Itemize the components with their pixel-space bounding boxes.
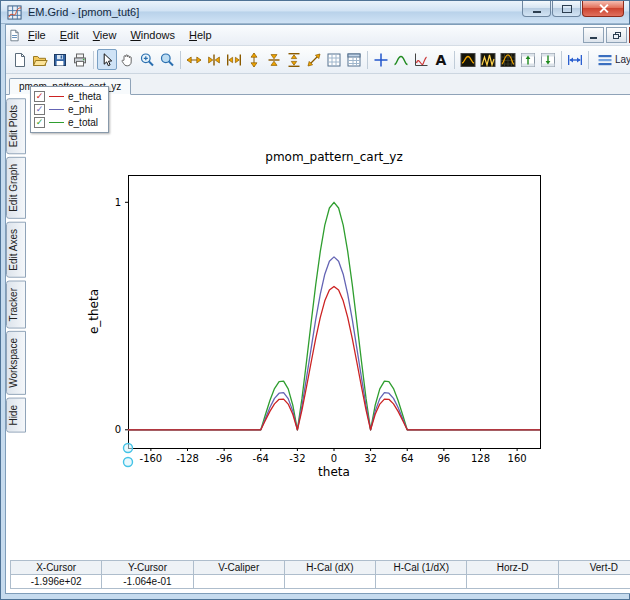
app-window: EM.Grid - [pmom_tut6] FileEditViewWindow… — [0, 0, 630, 600]
checker-up-icon — [520, 52, 536, 68]
toolbar-separator — [588, 51, 589, 69]
plot-box — [128, 175, 540, 448]
plot-dark-wave-button[interactable] — [458, 49, 478, 70]
save-button[interactable] — [50, 49, 70, 70]
grid-button[interactable] — [324, 49, 344, 70]
h-fit-icon — [186, 52, 202, 68]
y-axis-label: e_theta — [87, 289, 101, 334]
legend-checkbox-e_theta[interactable]: ✓ — [34, 91, 45, 102]
side-tab-tracker[interactable]: Tracker — [6, 281, 26, 329]
legend-checkbox-e_total[interactable]: ✓ — [34, 117, 45, 128]
side-tab-edit-graph[interactable]: Edit Graph — [6, 157, 26, 219]
legend-line-sample — [49, 122, 64, 123]
layout-button[interactable]: Layout — [592, 49, 630, 70]
menubar-items: FileEditViewWindowsHelp — [21, 26, 219, 44]
x-tick-label: -32 — [289, 453, 305, 464]
status-value-1: -1.064e-01 — [102, 575, 193, 589]
crosshair-button[interactable] — [371, 49, 391, 70]
side-tab-workspace[interactable]: Workspace — [6, 331, 26, 395]
mdi-document-icon — [8, 29, 21, 42]
menu-file[interactable]: File — [21, 26, 53, 44]
mdi-window-controls — [583, 27, 630, 43]
plot-dark-grid-button[interactable] — [498, 49, 518, 70]
mdi-restore-button[interactable] — [606, 27, 627, 43]
v-expand-button[interactable] — [284, 49, 304, 70]
layout-icon — [597, 52, 613, 68]
side-tab-edit-axes[interactable]: Edit Axes — [6, 222, 26, 278]
y-tick-label: 1 — [115, 197, 121, 208]
toolbar-separator — [180, 51, 181, 69]
side-tab-edit-plots[interactable]: Edit Plots — [6, 98, 26, 154]
menu-windows[interactable]: Windows — [123, 26, 182, 44]
autoscale-button[interactable] — [304, 49, 324, 70]
resize-handle — [124, 458, 133, 467]
plot-dark-lobes-icon — [480, 52, 496, 68]
zoom-in-button[interactable] — [137, 49, 157, 70]
pan-hand-button[interactable] — [117, 49, 137, 70]
open-folder-button[interactable] — [30, 49, 50, 70]
select-cursor-button[interactable] — [97, 49, 117, 70]
legend-item-e_theta: ✓e_theta — [34, 90, 101, 103]
h-compress-icon — [206, 52, 222, 68]
x-tick-label: 128 — [471, 453, 490, 464]
resize-handle — [124, 444, 133, 453]
toolbar-separator — [561, 51, 562, 69]
status-value-row: -1.996e+02-1.064e-01 — [11, 575, 630, 589]
save-icon — [52, 52, 68, 68]
trace-axes-button[interactable] — [411, 49, 431, 70]
window-title: EM.Grid - [pmom_tut6] — [28, 6, 139, 18]
side-tab-hide[interactable]: Hide — [6, 398, 26, 433]
open-folder-icon — [32, 52, 48, 68]
cursor-readout-table: X-CursorY-CursorV-CaliperH-Cal (dX)H-Cal… — [10, 560, 630, 589]
toolbar-separator — [454, 51, 455, 69]
text-label-button[interactable]: A — [431, 49, 451, 70]
window-frame: FileEditViewWindowsHelp ALayout pmom_pat… — [1, 24, 629, 599]
x-tick-label: -128 — [176, 453, 199, 464]
plot-dark-grid-icon — [500, 52, 516, 68]
plot-dark-lobes-button[interactable] — [478, 49, 498, 70]
legend: ✓e_theta✓e_phi✓e_total — [30, 86, 109, 133]
menu-edit[interactable]: Edit — [53, 26, 86, 44]
minimize-button[interactable] — [522, 1, 551, 17]
menu-help[interactable]: Help — [182, 26, 219, 44]
table-icon — [346, 52, 362, 68]
h-fit-button[interactable] — [184, 49, 204, 70]
v-compress-button[interactable] — [264, 49, 284, 70]
svg-text:A: A — [436, 52, 447, 68]
checker-down-icon — [540, 52, 556, 68]
checker-down-button[interactable] — [538, 49, 558, 70]
menu-view[interactable]: View — [86, 26, 124, 44]
legend-checkbox-e_phi[interactable]: ✓ — [34, 104, 45, 115]
chart-title: pmom_pattern_cart_yz — [265, 150, 402, 164]
print-button[interactable] — [70, 49, 90, 70]
h-compress-button[interactable] — [204, 49, 224, 70]
mdi-minimize-button[interactable] — [583, 27, 604, 43]
legend-line-sample — [49, 109, 64, 110]
chart-svg: pmom_pattern_cart_yze_thetatheta-160-128… — [26, 95, 624, 558]
x-tick-label: 64 — [401, 453, 414, 464]
trace-green-icon — [393, 52, 409, 68]
h-double-arrow-button[interactable] — [565, 49, 585, 70]
v-fit-button[interactable] — [244, 49, 264, 70]
status-col-x-cursor: X-Cursor — [11, 561, 102, 575]
legend-item-e_phi: ✓e_phi — [34, 103, 101, 116]
status-value-4 — [376, 575, 467, 589]
zoom-region-button[interactable] — [157, 49, 177, 70]
trace-green-button[interactable] — [391, 49, 411, 70]
main-area: Edit PlotsEdit GraphEdit AxesTrackerWork… — [6, 95, 630, 558]
status-value-6 — [558, 575, 630, 589]
select-cursor-icon — [99, 52, 115, 68]
checker-up-button[interactable] — [518, 49, 538, 70]
table-button[interactable] — [344, 49, 364, 70]
maximize-button[interactable] — [552, 1, 581, 17]
trace-axes-icon — [413, 52, 429, 68]
h-expand-icon — [226, 52, 242, 68]
x-tick-label: -96 — [216, 453, 232, 464]
pan-hand-icon — [119, 52, 135, 68]
close-button[interactable] — [582, 1, 624, 17]
h-expand-button[interactable] — [224, 49, 244, 70]
close-icon — [599, 4, 608, 13]
status-col-v-caliper: V-Caliper — [193, 561, 284, 575]
new-document-button[interactable] — [10, 49, 30, 70]
app-icon — [7, 5, 22, 20]
